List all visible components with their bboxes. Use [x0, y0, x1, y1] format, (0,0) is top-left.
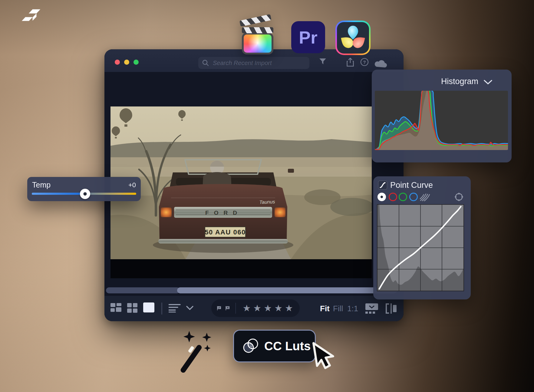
star-icon[interactable]: ★: [242, 304, 251, 313]
star-rating[interactable]: ★★★★★: [241, 304, 294, 313]
temp-label: Temp: [32, 181, 51, 189]
channel-red-button[interactable]: [389, 193, 397, 201]
histogram-title: Histogram: [441, 77, 478, 86]
zoom-button[interactable]: [134, 60, 139, 65]
channel-blue-button[interactable]: [409, 193, 418, 201]
viewer-toolbar: ★★★★★ Fit Fill 1:1: [104, 296, 404, 321]
search-input[interactable]: [198, 57, 309, 69]
temp-slider[interactable]: [32, 193, 136, 195]
video-viewer[interactable]: FORD Taunus 50 AAU 060: [110, 106, 372, 278]
cursor-pointer-icon: [312, 341, 335, 376]
timeline-scrollbar[interactable]: [177, 287, 397, 293]
search-icon: [202, 59, 209, 67]
histogram-chart[interactable]: [375, 91, 508, 150]
histogram-panel: Histogram: [372, 70, 512, 162]
svg-text:?: ?: [363, 60, 366, 65]
star-icon[interactable]: ★: [274, 304, 282, 313]
ratio-button[interactable]: 1:1: [347, 304, 358, 313]
sort-list-button[interactable]: [169, 304, 181, 312]
temp-value: +0: [128, 181, 136, 189]
fill-button[interactable]: Fill: [333, 304, 343, 313]
final-cut-pro-icon: [240, 20, 275, 55]
point-curve-editor[interactable]: [377, 204, 464, 291]
timeline-scrollbar-left[interactable]: [106, 287, 180, 293]
minimize-button[interactable]: [124, 60, 129, 65]
search-field[interactable]: [212, 59, 306, 67]
magic-wand-icon: [177, 330, 218, 373]
target-picker-icon[interactable]: [454, 192, 463, 201]
letterbox: [110, 259, 372, 278]
help-icon[interactable]: ?: [360, 58, 369, 66]
thumbnail-strip-button[interactable]: [365, 303, 378, 314]
luts-icon: [242, 338, 259, 354]
app-window: ?: [104, 49, 404, 321]
toolbar-divider: [161, 302, 162, 315]
cloud-icon[interactable]: [374, 59, 388, 68]
flag-accept-button[interactable]: [217, 304, 222, 313]
cc-luts-label: CC Luts: [264, 339, 311, 353]
layout-grid-button[interactable]: [127, 303, 137, 313]
temp-track-active: [32, 193, 85, 195]
brand-logo-icon: [21, 7, 41, 24]
star-icon[interactable]: ★: [285, 304, 293, 313]
share-icon[interactable]: [346, 58, 354, 67]
curve-badge-icon: [378, 181, 387, 190]
resolve-petals: [338, 26, 368, 50]
star-icon[interactable]: ★: [253, 304, 261, 313]
fit-button[interactable]: Fit: [320, 304, 330, 313]
channel-luma-button[interactable]: [377, 193, 386, 201]
star-icon[interactable]: ★: [264, 304, 272, 313]
davinci-resolve-icon: [335, 21, 371, 55]
rating-pill: ★★★★★: [211, 299, 300, 317]
film-haze: [110, 106, 372, 259]
premiere-pro-label: Pr: [299, 27, 317, 47]
promo-canvas: ?: [0, 0, 534, 392]
channel-green-button[interactable]: [399, 193, 407, 201]
close-button[interactable]: [115, 60, 120, 65]
film-frame: FORD Taunus 50 AAU 060: [110, 106, 372, 278]
cc-luts-button[interactable]: CC Luts: [233, 330, 316, 362]
clapper-bottom-bar: [242, 27, 273, 33]
temp-knob[interactable]: [80, 189, 90, 199]
layout-single-button[interactable]: [143, 302, 154, 312]
flag-reject-button[interactable]: [225, 304, 230, 313]
filter-icon[interactable]: [319, 58, 327, 66]
chevron-down-icon[interactable]: [484, 80, 492, 85]
chevron-down-icon[interactable]: [186, 306, 193, 310]
clapper-top-bar: [239, 14, 272, 27]
point-curve-title: Point Curve: [390, 181, 433, 190]
layout-mosaic-button[interactable]: [110, 303, 121, 313]
channel-all-button[interactable]: [420, 193, 430, 201]
compare-split-button[interactable]: [385, 303, 397, 314]
pill-divider: [236, 303, 236, 314]
premiere-pro-icon: Pr: [291, 21, 325, 53]
point-curve-panel: Point Curve: [373, 176, 471, 299]
temp-slider-panel: Temp +0: [27, 177, 141, 201]
